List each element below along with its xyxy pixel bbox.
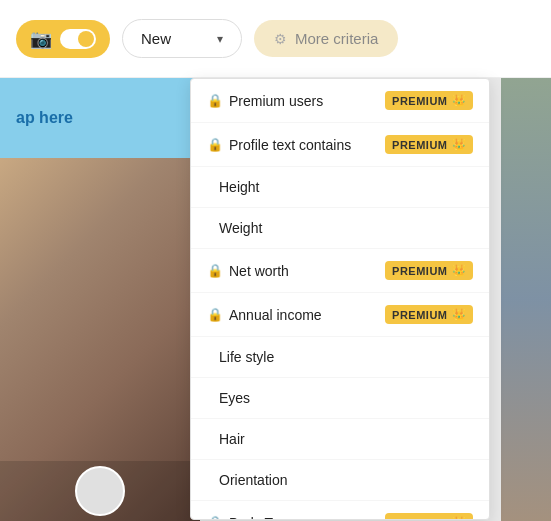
dropdown-item-left-hair: Hair	[219, 431, 245, 447]
premium-label: PREMIUM	[392, 139, 447, 151]
crown-icon: 👑	[452, 138, 467, 151]
dropdown-item-life-style[interactable]: Life style	[191, 337, 489, 378]
premium-label: PREMIUM	[392, 517, 447, 520]
toggle-switch[interactable]	[60, 29, 96, 49]
crown-icon: 👑	[452, 516, 467, 519]
dropdown-item-left-body-type: 🔒Body Type	[207, 515, 295, 520]
new-dropdown[interactable]: New ▾	[122, 19, 242, 58]
premium-badge-premium-users: PREMIUM👑	[385, 91, 473, 110]
premium-label: PREMIUM	[392, 309, 447, 321]
top-bar: 📷 New ▾ ⚙ More criteria	[0, 0, 551, 78]
dropdown-item-left-net-worth: 🔒Net worth	[207, 263, 289, 279]
item-label-premium-users: Premium users	[229, 93, 323, 109]
lock-icon: 🔒	[207, 307, 223, 322]
premium-badge-profile-text: PREMIUM👑	[385, 135, 473, 154]
right-strip	[501, 78, 551, 521]
dropdown-item-body-type[interactable]: 🔒Body TypePREMIUM👑	[191, 501, 489, 519]
item-label-net-worth: Net worth	[229, 263, 289, 279]
dropdown-item-weight[interactable]: Weight	[191, 208, 489, 249]
chevron-down-icon: ▾	[217, 32, 223, 46]
item-label-height: Height	[219, 179, 259, 195]
dropdown-menu: 🔒Premium usersPREMIUM👑🔒Profile text cont…	[190, 78, 490, 520]
lock-icon: 🔒	[207, 93, 223, 108]
crown-icon: 👑	[452, 94, 467, 107]
item-label-profile-text: Profile text contains	[229, 137, 351, 153]
dropdown-scroll[interactable]: 🔒Premium usersPREMIUM👑🔒Profile text cont…	[191, 79, 489, 519]
dropdown-item-left-premium-users: 🔒Premium users	[207, 93, 323, 109]
avatar	[75, 466, 125, 516]
item-label-life-style: Life style	[219, 349, 274, 365]
item-label-eyes: Eyes	[219, 390, 250, 406]
camera-icon: 📷	[30, 28, 52, 50]
dropdown-item-left-weight: Weight	[219, 220, 262, 236]
more-criteria-button[interactable]: ⚙ More criteria	[254, 20, 398, 57]
new-label: New	[141, 30, 171, 47]
dropdown-item-orientation[interactable]: Orientation	[191, 460, 489, 501]
premium-label: PREMIUM	[392, 95, 447, 107]
profile-photo	[0, 158, 200, 521]
item-label-weight: Weight	[219, 220, 262, 236]
dropdown-item-left-eyes: Eyes	[219, 390, 250, 406]
right-strip-image	[501, 78, 551, 521]
premium-badge-annual-income: PREMIUM👑	[385, 305, 473, 324]
photo-overlay	[0, 461, 200, 521]
sliders-icon: ⚙	[274, 31, 287, 47]
crown-icon: 👑	[452, 308, 467, 321]
dropdown-item-left-annual-income: 🔒Annual income	[207, 307, 322, 323]
lock-icon: 🔒	[207, 263, 223, 278]
dropdown-item-net-worth[interactable]: 🔒Net worthPREMIUM👑	[191, 249, 489, 293]
lock-icon: 🔒	[207, 137, 223, 152]
banner-text: ap here	[16, 109, 73, 127]
lock-icon: 🔒	[207, 515, 223, 519]
dropdown-item-annual-income[interactable]: 🔒Annual incomePREMIUM👑	[191, 293, 489, 337]
dropdown-item-hair[interactable]: Hair	[191, 419, 489, 460]
dropdown-item-eyes[interactable]: Eyes	[191, 378, 489, 419]
camera-toggle[interactable]: 📷	[16, 20, 110, 58]
premium-label: PREMIUM	[392, 265, 447, 277]
dropdown-item-left-orientation: Orientation	[219, 472, 287, 488]
item-label-body-type: Body Type	[229, 515, 295, 520]
premium-badge-net-worth: PREMIUM👑	[385, 261, 473, 280]
crown-icon: 👑	[452, 264, 467, 277]
blue-banner: ap here	[0, 78, 200, 158]
dropdown-item-profile-text[interactable]: 🔒Profile text containsPREMIUM👑	[191, 123, 489, 167]
dropdown-item-premium-users[interactable]: 🔒Premium usersPREMIUM👑	[191, 79, 489, 123]
item-label-orientation: Orientation	[219, 472, 287, 488]
item-label-hair: Hair	[219, 431, 245, 447]
dropdown-item-left-profile-text: 🔒Profile text contains	[207, 137, 351, 153]
dropdown-item-left-height: Height	[219, 179, 259, 195]
dropdown-item-height[interactable]: Height	[191, 167, 489, 208]
dropdown-item-left-life-style: Life style	[219, 349, 274, 365]
more-criteria-label: More criteria	[295, 30, 378, 47]
premium-badge-body-type: PREMIUM👑	[385, 513, 473, 519]
item-label-annual-income: Annual income	[229, 307, 322, 323]
